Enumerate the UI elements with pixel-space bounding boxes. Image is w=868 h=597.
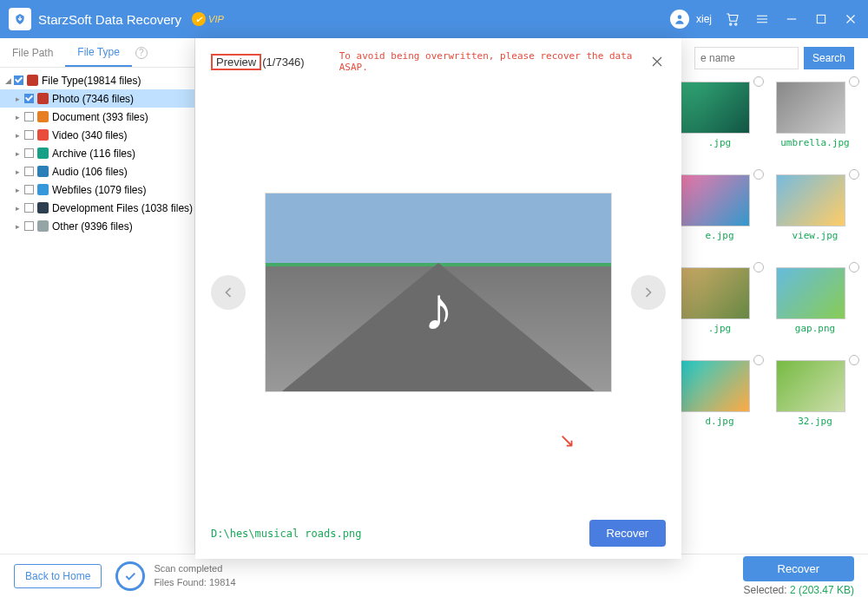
thumbnail[interactable]: 32.jpg (776, 360, 854, 427)
tree-item-webfiles[interactable]: ▸Webfiles (1079 files) (0, 180, 194, 199)
svg-point-1 (730, 23, 732, 25)
svg-point-2 (735, 23, 737, 25)
preview-label: Preview (211, 54, 261, 70)
file-path-label: D:\hes\musical roads.png (211, 528, 361, 540)
selected-count: Selected: 2 (203.47 KB) (743, 584, 854, 596)
thumbnail[interactable]: .jpg (681, 82, 759, 148)
tree-item-video[interactable]: ▸Video (340 files) (0, 126, 194, 144)
next-button[interactable] (631, 275, 666, 310)
tab-file-type[interactable]: File Type (65, 38, 131, 67)
tab-file-path[interactable]: File Path (0, 38, 65, 67)
svg-rect-3 (817, 15, 825, 23)
thumbnail[interactable]: .jpg (681, 267, 759, 334)
svg-point-0 (678, 15, 682, 19)
arrow-annotation-icon: ↘ (559, 430, 575, 452)
titlebar: StarzSoft Data Recovery ✔VIP xiej (0, 0, 868, 38)
minimize-icon[interactable] (783, 10, 800, 28)
tree-item-audio[interactable]: ▸Audio (106 files) (0, 162, 194, 180)
search-input[interactable] (694, 47, 799, 69)
tree-item-archive[interactable]: ▸Archive (116 files) (0, 144, 194, 162)
menu-icon[interactable] (753, 10, 771, 28)
prev-button[interactable] (211, 275, 246, 310)
vip-badge[interactable]: ✔VIP (192, 12, 224, 26)
thumbnail[interactable]: view.jpg (776, 174, 854, 241)
tree-item-development-files[interactable]: ▸Development Files (1038 files) (0, 199, 194, 217)
tree-item-photo[interactable]: ▸Photo (7346 files) (0, 89, 194, 108)
recover-button[interactable]: Recover (743, 556, 854, 581)
warning-text: To avoid being overwritten, please recov… (339, 50, 648, 73)
app-title: StarzSoft Data Recovery (38, 12, 181, 27)
thumbnail[interactable]: gap.png (776, 267, 854, 334)
preview-modal: Preview (1/7346) To avoid being overwrit… (195, 38, 681, 559)
thumbnail[interactable]: d.jpg (681, 360, 759, 427)
scan-status: Scan completed Files Found: 19814 (154, 562, 235, 589)
maximize-icon[interactable] (812, 10, 830, 28)
thumbnail[interactable]: e.jpg (681, 174, 759, 241)
scan-progress-icon (115, 561, 145, 591)
footer: Back to Home Scan completed Files Found:… (0, 554, 868, 597)
username: xiej (696, 13, 712, 25)
user-avatar-icon[interactable] (670, 10, 689, 29)
search-button[interactable]: Search (804, 47, 854, 69)
preview-count: (1/7346) (262, 56, 304, 69)
tree-root[interactable]: ◢File Type(19814 files) (0, 71, 194, 89)
tree-item-other[interactable]: ▸Other (9396 files) (0, 217, 194, 235)
back-home-button[interactable]: Back to Home (14, 564, 102, 588)
modal-close-button[interactable] (648, 53, 666, 70)
app-logo (9, 8, 31, 30)
cart-icon[interactable] (724, 10, 741, 28)
sidebar: File Path File Type ? ◢File Type(19814 f… (0, 38, 195, 554)
modal-recover-button[interactable]: Recover (589, 520, 666, 547)
thumbnail[interactable]: umbrella.jpg (776, 82, 854, 148)
close-icon[interactable] (842, 10, 859, 28)
tree-item-document[interactable]: ▸Document (393 files) (0, 108, 194, 126)
help-icon[interactable]: ? (135, 47, 148, 59)
preview-image: ♪ (265, 193, 612, 392)
